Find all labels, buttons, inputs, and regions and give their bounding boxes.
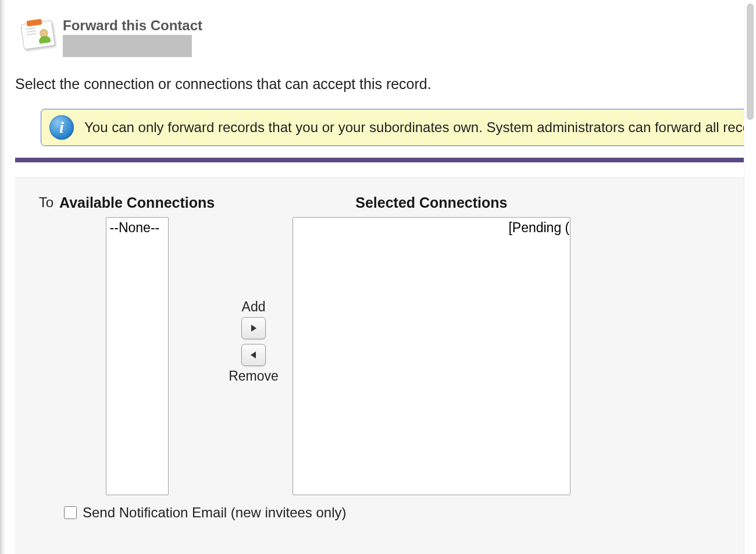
triangle-left-icon — [250, 351, 257, 359]
remove-button[interactable] — [241, 344, 266, 366]
page-title: Forward this Contact — [63, 17, 202, 34]
to-label: To — [15, 194, 59, 211]
section-divider — [15, 158, 756, 162]
info-banner: i You can only forward records that you … — [41, 109, 756, 146]
send-notification-checkbox[interactable] — [64, 506, 77, 519]
triangle-right-icon — [250, 324, 257, 332]
remove-label: Remove — [229, 368, 279, 384]
info-icon: i — [49, 115, 74, 140]
record-name — [63, 35, 192, 57]
selected-connections-list[interactable]: [Pending (sent)] — [293, 217, 570, 495]
selected-heading: Selected Connections — [355, 194, 507, 211]
contact-card-icon — [21, 17, 56, 49]
available-option[interactable]: --None-- — [106, 218, 168, 239]
form-section: To Available Connections --None-- Add Re… — [15, 177, 756, 554]
add-label: Add — [242, 299, 266, 315]
info-banner-text: You can only forward records that you or… — [84, 119, 756, 136]
svg-marker-1 — [251, 351, 256, 358]
selected-option[interactable]: [Pending (sent)] — [293, 218, 570, 239]
vertical-scrollbar[interactable] — [744, 0, 756, 554]
available-connections-list[interactable]: --None-- — [106, 217, 169, 495]
scrollbar-thumb[interactable] — [747, 3, 754, 120]
add-button[interactable] — [241, 317, 266, 339]
svg-marker-0 — [251, 325, 256, 332]
instruction-text: Select the connection or connections tha… — [15, 76, 756, 93]
window-left-shadow — [0, 0, 6, 554]
available-heading: Available Connections — [59, 194, 215, 211]
page-header: Forward this Contact — [21, 14, 756, 57]
send-notification-row[interactable]: Send Notification Email (new invitees on… — [62, 505, 756, 521]
connection-picker: Available Connections --None-- Add Remov… — [59, 194, 570, 495]
send-notification-label: Send Notification Email (new invitees on… — [83, 505, 347, 521]
